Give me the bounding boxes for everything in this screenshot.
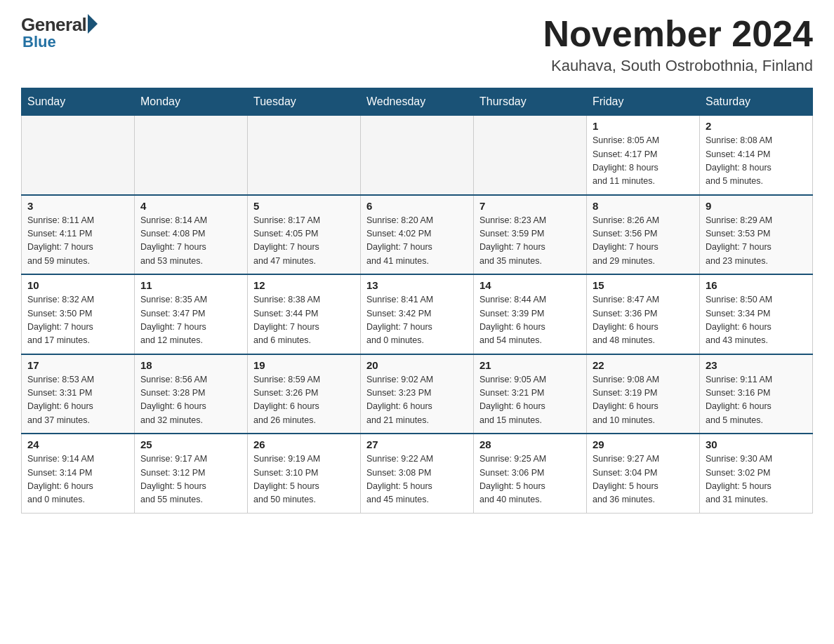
logo-arrow-icon [88,14,98,34]
month-title: November 2024 [543,14,813,54]
calendar-week-row: 17Sunrise: 8:53 AMSunset: 3:31 PMDayligh… [22,354,813,434]
day-info: Sunrise: 9:22 AMSunset: 3:08 PMDaylight:… [366,454,433,504]
day-info: Sunrise: 9:14 AMSunset: 3:14 PMDaylight:… [27,454,94,504]
day-number: 3 [27,200,128,212]
calendar-cell: 8Sunrise: 8:26 AMSunset: 3:56 PMDaylight… [587,195,700,275]
day-info: Sunrise: 9:02 AMSunset: 3:23 PMDaylight:… [366,375,433,425]
day-number: 23 [706,359,807,371]
calendar-cell: 12Sunrise: 8:38 AMSunset: 3:44 PMDayligh… [248,274,361,354]
calendar-cell: 24Sunrise: 9:14 AMSunset: 3:14 PMDayligh… [22,434,135,513]
day-number: 18 [140,359,241,371]
weekday-header-row: SundayMondayTuesdayWednesdayThursdayFrid… [22,88,813,116]
day-number: 4 [140,200,241,212]
day-info: Sunrise: 8:38 AMSunset: 3:44 PMDaylight:… [253,295,320,345]
day-number: 30 [706,438,807,450]
day-info: Sunrise: 8:32 AMSunset: 3:50 PMDaylight:… [27,295,94,345]
calendar-week-row: 1Sunrise: 8:05 AMSunset: 4:17 PMDaylight… [22,116,813,195]
calendar-cell: 19Sunrise: 8:59 AMSunset: 3:26 PMDayligh… [248,354,361,434]
day-info: Sunrise: 8:53 AMSunset: 3:31 PMDaylight:… [27,375,94,425]
calendar-cell: 26Sunrise: 9:19 AMSunset: 3:10 PMDayligh… [248,434,361,513]
calendar-cell: 10Sunrise: 8:32 AMSunset: 3:50 PMDayligh… [22,274,135,354]
weekday-header-thursday: Thursday [474,88,587,116]
day-number: 5 [253,200,355,212]
day-number: 15 [593,279,694,291]
day-info: Sunrise: 8:47 AMSunset: 3:36 PMDaylight:… [593,295,659,345]
calendar-cell: 21Sunrise: 9:05 AMSunset: 3:21 PMDayligh… [474,354,587,434]
calendar-cell: 29Sunrise: 9:27 AMSunset: 3:04 PMDayligh… [587,434,700,513]
calendar-table: SundayMondayTuesdayWednesdayThursdayFrid… [21,88,813,514]
weekday-header-friday: Friday [587,88,700,116]
day-info: Sunrise: 9:11 AMSunset: 3:16 PMDaylight:… [706,375,772,425]
calendar-cell: 28Sunrise: 9:25 AMSunset: 3:06 PMDayligh… [474,434,587,513]
day-number: 26 [253,438,355,450]
calendar-cell: 7Sunrise: 8:23 AMSunset: 3:59 PMDaylight… [474,195,587,275]
day-number: 8 [593,200,694,212]
day-number: 12 [253,279,355,291]
calendar-cell: 6Sunrise: 8:20 AMSunset: 4:02 PMDaylight… [361,195,474,275]
day-info: Sunrise: 9:30 AMSunset: 3:02 PMDaylight:… [706,454,772,504]
day-number: 25 [140,438,241,450]
calendar-cell: 1Sunrise: 8:05 AMSunset: 4:17 PMDaylight… [587,116,700,195]
day-number: 24 [27,438,128,450]
weekday-header-saturday: Saturday [700,88,813,116]
calendar-cell: 14Sunrise: 8:44 AMSunset: 3:39 PMDayligh… [474,274,587,354]
calendar-cell: 2Sunrise: 8:08 AMSunset: 4:14 PMDaylight… [700,116,813,195]
day-number: 6 [366,200,468,212]
day-number: 20 [366,359,468,371]
day-number: 16 [706,279,807,291]
calendar-cell: 25Sunrise: 9:17 AMSunset: 3:12 PMDayligh… [135,434,248,513]
day-number: 9 [706,200,807,212]
day-number: 10 [27,279,128,291]
calendar-week-row: 10Sunrise: 8:32 AMSunset: 3:50 PMDayligh… [22,274,813,354]
location-title: Kauhava, South Ostrobothnia, Finland [543,57,813,75]
calendar-cell: 22Sunrise: 9:08 AMSunset: 3:19 PMDayligh… [587,354,700,434]
weekday-header-tuesday: Tuesday [248,88,361,116]
day-info: Sunrise: 8:35 AMSunset: 3:47 PMDaylight:… [140,295,207,345]
day-number: 1 [593,120,694,132]
day-number: 11 [140,279,241,291]
calendar-cell [22,116,135,195]
logo: General Blue [21,14,98,51]
logo-blue-text: Blue [22,33,56,51]
day-number: 17 [27,359,128,371]
day-info: Sunrise: 8:17 AMSunset: 4:05 PMDaylight:… [253,215,320,266]
weekday-header-monday: Monday [135,88,248,116]
calendar-cell: 15Sunrise: 8:47 AMSunset: 3:36 PMDayligh… [587,274,700,354]
day-number: 2 [706,120,807,132]
day-info: Sunrise: 9:17 AMSunset: 3:12 PMDaylight:… [140,454,207,504]
calendar-cell: 11Sunrise: 8:35 AMSunset: 3:47 PMDayligh… [135,274,248,354]
day-info: Sunrise: 9:08 AMSunset: 3:19 PMDaylight:… [593,375,659,425]
calendar-cell: 4Sunrise: 8:14 AMSunset: 4:08 PMDaylight… [135,195,248,275]
day-number: 27 [366,438,468,450]
calendar-week-row: 3Sunrise: 8:11 AMSunset: 4:11 PMDaylight… [22,195,813,275]
day-number: 7 [479,200,581,212]
calendar-cell [248,116,361,195]
calendar-cell [135,116,248,195]
day-info: Sunrise: 8:20 AMSunset: 4:02 PMDaylight:… [366,215,433,266]
calendar-cell: 20Sunrise: 9:02 AMSunset: 3:23 PMDayligh… [361,354,474,434]
day-info: Sunrise: 8:11 AMSunset: 4:11 PMDaylight:… [27,215,94,266]
day-info: Sunrise: 8:41 AMSunset: 3:42 PMDaylight:… [366,295,433,345]
calendar-cell [474,116,587,195]
day-info: Sunrise: 8:14 AMSunset: 4:08 PMDaylight:… [140,215,207,266]
day-info: Sunrise: 8:05 AMSunset: 4:17 PMDaylight:… [593,135,659,186]
title-area: November 2024 Kauhava, South Ostrobothni… [543,14,813,75]
day-number: 22 [593,359,694,371]
day-number: 28 [479,438,581,450]
day-info: Sunrise: 8:29 AMSunset: 3:53 PMDaylight:… [706,215,772,266]
calendar-cell: 3Sunrise: 8:11 AMSunset: 4:11 PMDaylight… [22,195,135,275]
day-number: 29 [593,438,694,450]
calendar-cell: 13Sunrise: 8:41 AMSunset: 3:42 PMDayligh… [361,274,474,354]
day-info: Sunrise: 8:08 AMSunset: 4:14 PMDaylight:… [706,135,772,186]
calendar-cell: 27Sunrise: 9:22 AMSunset: 3:08 PMDayligh… [361,434,474,513]
day-info: Sunrise: 8:50 AMSunset: 3:34 PMDaylight:… [706,295,772,345]
day-number: 13 [366,279,468,291]
calendar-cell: 5Sunrise: 8:17 AMSunset: 4:05 PMDaylight… [248,195,361,275]
day-info: Sunrise: 8:56 AMSunset: 3:28 PMDaylight:… [140,375,207,425]
day-info: Sunrise: 8:59 AMSunset: 3:26 PMDaylight:… [253,375,320,425]
day-number: 19 [253,359,355,371]
day-number: 14 [479,279,581,291]
calendar-cell: 9Sunrise: 8:29 AMSunset: 3:53 PMDaylight… [700,195,813,275]
header-area: General Blue November 2024 Kauhava, Sout… [21,14,813,75]
day-info: Sunrise: 9:25 AMSunset: 3:06 PMDaylight:… [479,454,546,504]
